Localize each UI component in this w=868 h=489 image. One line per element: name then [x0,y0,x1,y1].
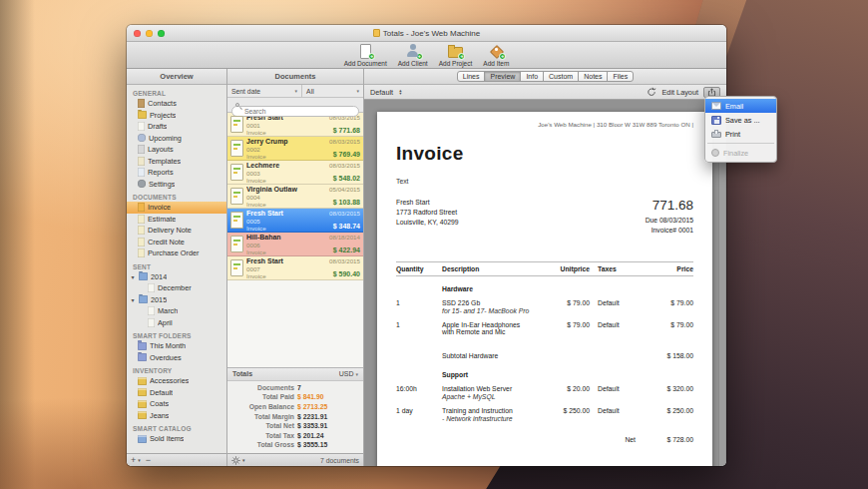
document-type: Invoice [246,201,326,208]
sidebar-item-accessories[interactable]: Accessories [127,375,226,387]
toolbar-button-add-document[interactable]: +Add Document [344,44,387,67]
document-meta: 08/03/2015$ 590.40 [329,257,360,278]
reports-icon [138,168,145,177]
disclosure-triangle-icon[interactable]: ▾ [130,273,136,280]
document-name: Fresh Start [246,210,326,218]
document-amount: $ 769.49 [329,150,360,159]
sidebar-item-credit-note[interactable]: Credit Note [127,237,226,248]
menu-item-email[interactable]: Email [705,99,776,113]
invoice-line-items-table: QuantityDescriptionUnitpriceTaxesPriceHa… [396,261,693,446]
line-quantity: 1 day [396,407,434,422]
sidebar-item-contacts[interactable]: Contacts [127,98,226,110]
search-input[interactable] [231,106,359,117]
document-list-item[interactable]: Fresh Start0005Invoice08/03/2015$ 348.74 [227,209,363,233]
tab-preview[interactable]: Preview [485,72,521,81]
document-list-item[interactable]: Jerry Crump0002Invoice08/03/2015$ 769.49 [227,137,363,161]
sidebar-item-upcoming[interactable]: Upcoming [127,133,226,145]
sidebar: Overview GENERALContactsProjectsDraftsUp… [127,69,227,466]
sidebar-item-overdues[interactable]: Overdues [127,352,226,364]
document-list-item[interactable]: Hill-Bahan0006Invoice08/18/2014$ 422.94 [227,233,363,256]
credit-note-icon [138,238,145,246]
sidebar-section-title: GENERAL [127,86,226,98]
sidebar-item-default[interactable]: Default [127,387,226,399]
line-description: Installation Web ServerApache + MySQL [442,385,534,400]
add-source-caret-icon[interactable]: ▾ [138,457,141,463]
document-list-item[interactable]: Fresh Start0007Invoice08/03/2015$ 590.40 [227,256,363,280]
tab-custom[interactable]: Custom [544,72,579,81]
layout-stepper-icon[interactable]: ▴▾ [399,89,401,95]
toolbar-button-add-project[interactable]: +Add Project [439,44,473,67]
sort-dropdown[interactable]: Sent date ▾ [227,85,302,97]
document-meta: 08/03/2015$ 769.49 [329,138,360,159]
sidebar-item-april[interactable]: April [127,317,226,329]
sidebar-section-title: SMART CATALOG [127,421,226,433]
gear-caret-icon[interactable]: ▾ [242,457,245,463]
sidebar-item-march[interactable]: March [127,305,226,317]
title-bar[interactable]: Totals - Joe's Web Machine [127,25,726,42]
layout-dropdown[interactable]: Default [370,88,393,97]
toolbar-button-add-client[interactable]: +Add Client [398,44,428,67]
menu-item-label: Finalize [723,149,748,158]
document-type: Invoice [246,129,326,136]
remove-source-button[interactable]: − [146,455,151,465]
refresh-icon[interactable] [647,87,656,97]
main-toolbar: +Add Document+Add Client+Add Project+Add… [127,42,726,69]
currency-dropdown[interactable]: USD ▾ [339,370,358,377]
row-value: $ 158.00 [644,352,693,359]
sidebar-item-label: Jeans [150,411,169,420]
inventory-box-icon [138,388,147,396]
plus-badge-icon: + [458,53,465,60]
document-list-item[interactable]: Lechmere0003Invoice08/03/2015$ 548.02 [227,161,363,185]
email-icon [711,102,721,110]
finalize-icon [711,149,719,157]
sidebar-item-this-month[interactable]: This Month [127,340,226,352]
sidebar-item-jeans[interactable]: Jeans [127,410,226,422]
edit-layout-button[interactable]: Edit Layout [661,88,698,97]
toolbar-button-add-item[interactable]: +Add Item [483,44,509,67]
inventory-box-icon [138,400,147,408]
sidebar-item-sold-items[interactable]: Sold Items [127,433,226,445]
tab-lines[interactable]: Lines [458,72,486,81]
search-icon [235,103,239,107]
sidebar-item-drafts[interactable]: Drafts [127,121,226,133]
sidebar-item-purchase-order[interactable]: Purchase Order [127,247,226,259]
sidebar-item-2015[interactable]: ▾2015 [127,294,226,306]
tab-files[interactable]: Files [608,72,633,81]
sidebar-item-projects[interactable]: Projects [127,110,226,122]
sidebar-item-label: Sold Items [150,434,184,443]
sidebar-item-invoice[interactable]: Invoice [127,202,226,214]
document-list-item[interactable]: Virginia Outlaw0004Invoice05/04/2015$ 10… [227,185,363,209]
menu-item-save-as[interactable]: Save as ... [705,113,776,127]
sidebar-item-label: Default [150,388,173,397]
sidebar-item-label: Overdues [150,353,182,362]
year-folder-icon [139,295,148,303]
layout-bar: Default ▴▾ Edit Layout [364,85,726,100]
catalog-box-icon [138,435,147,443]
add-source-button[interactable]: + [131,455,136,465]
sidebar-item-layouts[interactable]: Layouts [127,144,226,156]
add-document-icon: + [357,44,373,59]
view-tabs: LinesPreviewInfoCustomNotesFiles [457,71,635,82]
minimize-button[interactable] [146,30,153,37]
sidebar-item-delivery-note[interactable]: Delivery Note [127,225,226,237]
gear-icon[interactable] [231,456,240,465]
sidebar-item-december[interactable]: December [127,282,226,294]
sidebar-item-settings[interactable]: Settings [127,179,226,191]
sidebar-item-reports[interactable]: Reports [127,167,226,179]
sidebar-item-coats[interactable]: Coats [127,398,226,410]
tab-info[interactable]: Info [521,72,544,81]
sidebar-item-estimate[interactable]: Estimate [127,214,226,226]
sidebar-item-2014[interactable]: ▾2014 [127,271,226,283]
zoom-button[interactable] [158,30,165,37]
contacts-icon [138,99,145,108]
totals-row: Open Balance$ 2713.25 [227,402,363,412]
sidebar-item-label: April [158,318,173,327]
disclosure-triangle-icon[interactable]: ▾ [130,296,136,303]
sidebar-item-templates[interactable]: Templates [127,156,226,168]
tab-notes[interactable]: Notes [579,72,608,81]
close-button[interactable] [134,30,141,37]
totals-row: Total Margin$ 2231.91 [227,412,363,422]
menu-item-print[interactable]: Print [705,127,776,141]
filter-dropdown[interactable]: All ▾ [302,85,363,97]
purchase-order-icon [138,248,145,257]
